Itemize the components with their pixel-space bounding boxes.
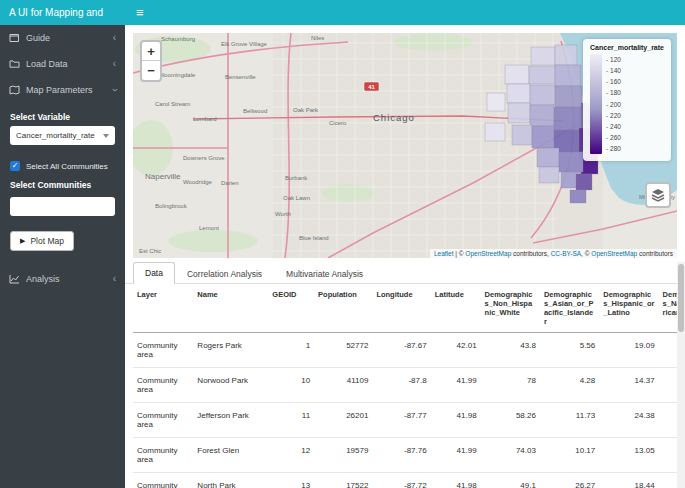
table-cell: 43.8 <box>481 333 540 368</box>
column-header[interactable]: Demographics_Asian_or_Pacific_Islander <box>540 284 599 333</box>
sidebar-item-label: Map Parameters <box>26 85 107 95</box>
table-cell: 0.0 <box>659 438 677 473</box>
sidebar-item-label: Guide <box>26 33 107 43</box>
leaflet-map[interactable]: 41 SchaumburgElk Grove VillageNilesBloom… <box>133 33 677 258</box>
select-all-communities-label: Select All Communities <box>26 162 108 171</box>
layers-icon <box>650 188 666 202</box>
map-town-label: Schaumburg <box>161 36 195 42</box>
map-town-label: Bensenville <box>225 74 256 80</box>
table-cell: 41.99 <box>431 368 481 403</box>
data-table-container: LayerNameGEOIDPopulationLongitudeLatitud… <box>133 284 677 488</box>
table-cell: Community area <box>133 473 193 488</box>
table-cell: -87.72 <box>372 473 430 488</box>
communities-input[interactable] <box>10 197 115 216</box>
zoom-in-button[interactable]: + <box>142 42 160 61</box>
city-label: Chicago <box>373 112 415 123</box>
table-cell: Norwood Park <box>193 368 268 403</box>
attribution-link[interactable]: OpenStreetMap <box>465 250 511 257</box>
tab-multivariate-analysis[interactable]: Multivariate Analysis <box>274 263 375 284</box>
map-town-label: Bolingbrook <box>155 203 188 209</box>
select-all-communities-checkbox[interactable]: Select All Communities <box>10 161 115 171</box>
table-cell: 10 <box>268 368 314 403</box>
variable-select[interactable]: Cancer_mortality_rate <box>10 126 115 145</box>
table-cell: 10.17 <box>540 438 599 473</box>
attribution-text: contributors, <box>511 250 550 257</box>
chevron-left-icon: ‹ <box>113 35 116 41</box>
map-town-label: Oak Lawn <box>283 195 310 201</box>
map-town-label: Est Chic <box>139 248 161 254</box>
legend-tick: 200 <box>606 99 621 110</box>
table-cell: 74.03 <box>481 438 540 473</box>
table-cell: 58.26 <box>481 403 540 438</box>
tab-correlation-analysis[interactable]: Correlation Analysis <box>175 263 274 284</box>
map-town-label: Bloomingdale <box>159 72 196 78</box>
dropdown-caret-icon <box>103 134 109 138</box>
map-town-label: Lombard <box>193 116 217 122</box>
sidebar-toggle-icon[interactable]: ≡ <box>125 0 155 25</box>
table-row[interactable]: Community areaNorth Park1317522-87.7241.… <box>133 473 677 488</box>
table-cell: 49.1 <box>481 473 540 488</box>
data-table: LayerNameGEOIDPopulationLongitudeLatitud… <box>133 284 677 488</box>
map-town-label: Lemont <box>199 225 219 231</box>
column-header[interactable]: Demographics_Native_American <box>659 284 677 333</box>
legend-gradient-bar <box>590 54 602 154</box>
table-cell: -87.77 <box>372 403 430 438</box>
vertical-scrollbar[interactable] <box>677 262 685 488</box>
legend-tick: 220 <box>606 110 621 121</box>
table-header-row: LayerNameGEOIDPopulationLongitudeLatitud… <box>133 284 677 333</box>
tab-data[interactable]: Data <box>133 262 175 284</box>
table-cell: 18.44 <box>599 473 658 488</box>
checkbox-checked-icon <box>10 161 20 171</box>
table-row[interactable]: Community areaNorwood Park1041109-87.841… <box>133 368 677 403</box>
table-cell: 19579 <box>314 438 372 473</box>
table-row[interactable]: Community areaRogers Park152772-87.6742.… <box>133 333 677 368</box>
map-town-label: Worth <box>275 211 291 217</box>
table-row[interactable]: Community areaForest Glen1219579-87.7641… <box>133 438 677 473</box>
tab-bar: Data Correlation Analysis Multivariate A… <box>125 262 677 284</box>
legend-tick: 160 <box>606 76 621 87</box>
book-icon <box>9 33 20 43</box>
map-town-label: Burbank <box>285 175 308 181</box>
plot-map-button[interactable]: ▶ Plot Map <box>10 231 74 251</box>
legend-tick: 140 <box>606 65 621 76</box>
sidebar-item-map-parameters[interactable]: Map Parameters ‹ <box>0 77 125 103</box>
attribution-link[interactable]: CC-BY-SA <box>551 250 581 257</box>
sidebar-item-label: Load Data <box>26 59 107 69</box>
scrollbar-thumb[interactable] <box>678 264 684 332</box>
zoom-control: + − <box>140 40 162 82</box>
map-town-label: Carol Stream <box>155 101 190 107</box>
table-cell: 19.09 <box>599 333 658 368</box>
legend-tick: 260 <box>606 132 621 143</box>
column-header[interactable]: Latitude <box>431 284 481 333</box>
sidebar-item-load-data[interactable]: Load Data ‹ <box>0 51 125 77</box>
attribution-link[interactable]: OpenStreetMap <box>591 250 637 257</box>
table-cell: 11.73 <box>540 403 599 438</box>
sidebar-item-guide[interactable]: Guide ‹ <box>0 25 125 51</box>
table-cell: Jefferson Park <box>193 403 268 438</box>
play-icon: ▶ <box>20 237 25 245</box>
table-cell: 78 <box>481 368 540 403</box>
chevron-left-icon: ‹ <box>113 276 116 282</box>
map-attribution: Leaflet | © OpenStreetMap contributors, … <box>430 249 677 258</box>
legend-ticks: 120140160180200220240260280 <box>606 54 621 154</box>
column-header[interactable]: Population <box>314 284 372 333</box>
zoom-out-button[interactable]: − <box>142 61 160 80</box>
column-header[interactable]: Name <box>193 284 268 333</box>
table-cell: 5.56 <box>540 333 599 368</box>
column-header[interactable]: Demographics_Non_Hispanic_White <box>481 284 540 333</box>
table-cell: Rogers Park <box>193 333 268 368</box>
column-header[interactable]: Longitude <box>372 284 430 333</box>
sidebar-item-analysis[interactable]: Analysis ‹ <box>0 266 125 292</box>
attribution-text: | © <box>453 250 465 257</box>
column-header[interactable]: Layer <box>133 284 193 333</box>
table-row[interactable]: Community areaJefferson Park1126201-87.7… <box>133 403 677 438</box>
layers-control-button[interactable] <box>645 182 671 208</box>
table-cell: -87.8 <box>372 368 430 403</box>
select-communities-label: Select Communities <box>10 180 115 190</box>
map-icon <box>9 85 20 95</box>
attribution-link[interactable]: Leaflet <box>434 250 454 257</box>
table-cell: 24.38 <box>599 403 658 438</box>
legend-tick: 180 <box>606 87 621 98</box>
column-header[interactable]: Demographics_Hispanic_or_Latino <box>599 284 658 333</box>
column-header[interactable]: GEOID <box>268 284 314 333</box>
